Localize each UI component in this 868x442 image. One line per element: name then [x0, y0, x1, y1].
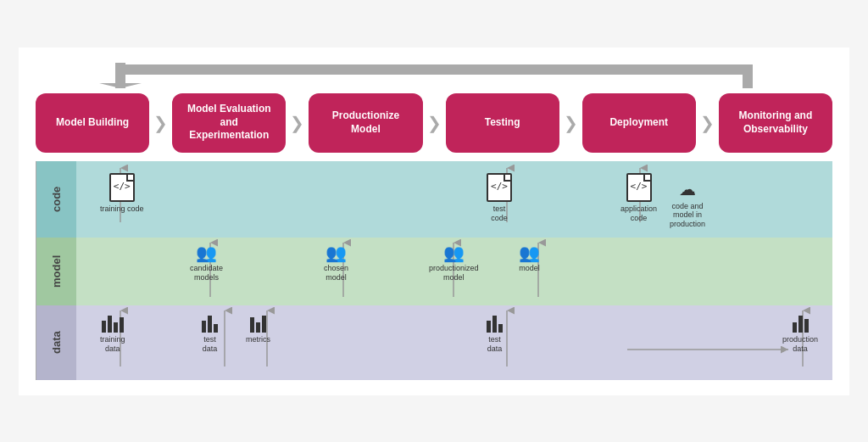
chevron-5: ❯	[699, 93, 715, 153]
layer-data-content: trainingdata testdata	[76, 305, 832, 380]
item-test-data2: testdata	[487, 312, 503, 355]
test-code-icon: </>	[487, 173, 512, 202]
application-code-icon: </>	[626, 173, 652, 202]
layer-code-label: code	[36, 161, 76, 238]
code-layer-arrows	[76, 161, 832, 238]
pipeline-box-testing: Testing	[446, 93, 559, 153]
training-code-icon: </>	[109, 173, 135, 202]
pipeline-box-productionize: Productionize Model	[309, 93, 422, 153]
layer-model-label: model	[36, 238, 76, 305]
chevron-4: ❯	[563, 93, 579, 153]
pipeline-row: Model Building ❯ Model Evaluation and Ex…	[36, 93, 832, 153]
layer-code: code	[36, 161, 832, 238]
data-layer-arrows	[76, 305, 832, 380]
item-application-code: </> applicationcode	[620, 173, 657, 224]
pipeline-box-model-building: Model Building	[36, 93, 149, 153]
pipeline-box-model-evaluation: Model Evaluation and Experimentation	[172, 93, 286, 153]
test-data2-chart-icon	[487, 312, 503, 333]
layers-section: code	[36, 161, 832, 380]
pipeline-box-monitoring: Monitoring and Observability	[719, 93, 832, 153]
item-training-data: trainingdata	[100, 312, 125, 355]
item-metrics: metrics	[246, 312, 270, 345]
item-code-model-production-cloud: ☁ code andmodel inproduction	[670, 178, 705, 229]
cloud-icon: ☁	[679, 178, 696, 200]
metrics-chart-icon	[250, 312, 266, 333]
item-training-code: </> training code	[100, 173, 144, 215]
svg-marker-3	[99, 83, 142, 88]
layer-data-label: data	[36, 305, 76, 380]
test-data-chart-icon	[202, 312, 218, 333]
pipeline-box-deployment: Deployment	[582, 93, 696, 153]
layer-code-content: </> training code </> testcode	[76, 161, 832, 238]
chevron-2: ❯	[289, 93, 305, 153]
item-productionized-model: 👥 productionizedmodel	[429, 244, 479, 283]
diagram-container: Model Building ❯ Model Evaluation and Ex…	[19, 48, 849, 395]
productionized-model-icon: 👥	[443, 244, 465, 261]
item-test-data-metrics: testdata	[202, 312, 218, 355]
chosen-model-icon: 👥	[326, 244, 347, 261]
training-data-chart-icon	[102, 312, 124, 333]
item-model: 👥 model	[519, 244, 540, 274]
chevron-1: ❯	[153, 93, 169, 153]
candidate-models-icon: 👥	[196, 244, 217, 261]
item-candidate-models: 👥 candidatemodels	[190, 244, 223, 283]
layer-model-content: 👥 candidatemodels 👥 chosenmodel 👥 produc…	[76, 238, 832, 305]
item-production-data: productiondata	[782, 312, 818, 355]
item-test-code: </> testcode	[487, 173, 512, 224]
production-data-chart-icon	[793, 312, 809, 333]
feedback-arrow	[36, 63, 832, 87]
layer-model: model 👥 candidatemodels	[36, 238, 832, 305]
layer-data: data	[36, 305, 832, 380]
item-chosen-model: 👥 chosenmodel	[324, 244, 348, 283]
chevron-3: ❯	[426, 93, 442, 153]
model-icon: 👥	[519, 244, 540, 261]
